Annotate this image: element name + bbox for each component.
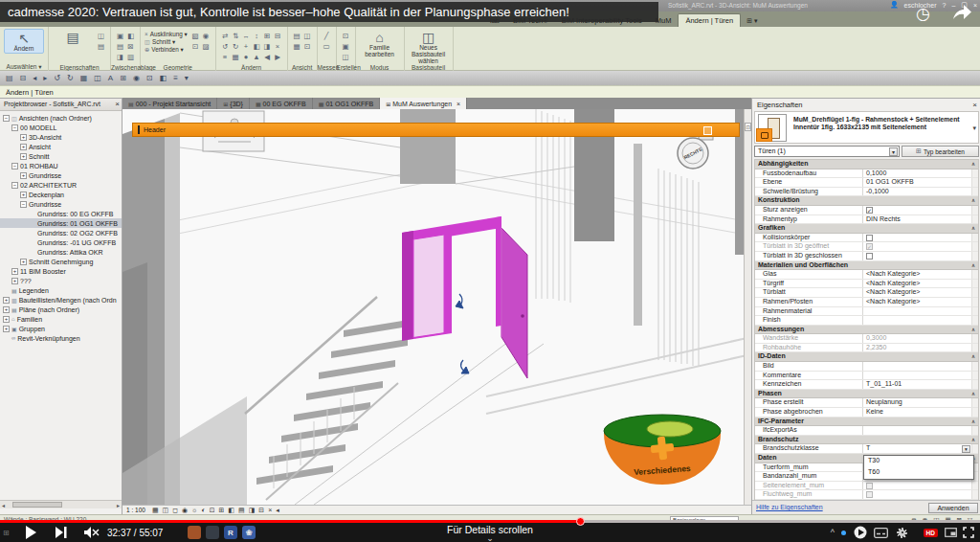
- view-control-icon[interactable]: ▤: [238, 507, 245, 514]
- volume-muted-icon[interactable]: [84, 523, 100, 542]
- ribbon-tab-overflow[interactable]: ⊞ ▾: [741, 15, 763, 27]
- tree-item[interactable]: Grundriss: -01 UG OKFFB: [0, 237, 122, 247]
- fullscreen-button[interactable]: [963, 523, 974, 542]
- tree-item[interactable]: −02 ARCHITEKTUR: [0, 180, 122, 190]
- ribbon-button-Ändern[interactable]: ↖Ändern: [4, 29, 44, 54]
- view-control-icon[interactable]: ⊡: [210, 507, 215, 514]
- tool-icon[interactable]: ▲: [252, 52, 262, 62]
- view-control-icon[interactable]: ◉: [182, 507, 188, 514]
- tool-icon[interactable]: ⇄: [220, 31, 231, 41]
- close-icon[interactable]: ×: [972, 101, 977, 109]
- property-value[interactable]: Keine: [862, 408, 971, 417]
- scroll-left-icon[interactable]: ◂: [2, 502, 5, 508]
- tree-expander-icon[interactable]: −: [11, 163, 18, 169]
- property-section-Abmessungen[interactable]: Abmessungen∧: [755, 326, 978, 335]
- tree-item[interactable]: +⌂Familien: [0, 314, 122, 324]
- property-value[interactable]: -0,1000: [862, 188, 971, 196]
- tree-item[interactable]: −00 MODELL: [0, 123, 122, 132]
- 3d-viewport[interactable]: RECHTS: [122, 109, 751, 505]
- tree-expander-icon[interactable]: −: [11, 182, 18, 189]
- tree-item[interactable]: +11 BIM Booster: [0, 266, 122, 276]
- property-value[interactable]: [862, 234, 971, 242]
- tool-icon[interactable]: ×: [273, 41, 283, 52]
- qat-icon[interactable]: ▸: [43, 74, 47, 82]
- qat-icon[interactable]: ⊟: [20, 74, 27, 82]
- scrollbar-box-icon[interactable]: ⊡: [745, 123, 751, 131]
- tool-icon[interactable]: ▦: [292, 41, 302, 52]
- view-control-icon[interactable]: ◨: [249, 507, 256, 514]
- type-preview[interactable]: MuM_Drehflügel 1-flg - Rahmenstock + Sei…: [754, 111, 979, 144]
- tool-icon[interactable]: +: [241, 41, 252, 52]
- tree-item[interactable]: +▣Gruppen: [0, 324, 122, 333]
- close-icon[interactable]: ×: [115, 101, 120, 108]
- view-scale[interactable]: 1 : 100: [126, 507, 145, 513]
- tool-icon[interactable]: ▤: [96, 41, 106, 52]
- scrollbar-thumb[interactable]: [12, 502, 62, 508]
- property-section-Abhängigkeiten[interactable]: Abhängigkeiten∧: [755, 160, 978, 169]
- tool-icon[interactable]: ◨: [115, 52, 125, 62]
- chevron-down-icon[interactable]: ▾: [972, 124, 976, 132]
- view-control-icon[interactable]: ⊞: [219, 507, 225, 514]
- tool-icon[interactable]: ▣: [115, 31, 125, 41]
- qat-icon[interactable]: A: [108, 74, 113, 82]
- property-section-Grafiken[interactable]: Grafiken∧: [755, 224, 978, 234]
- property-value[interactable]: [862, 307, 971, 316]
- tree-item[interactable]: +Schnitt Genehmigung: [0, 257, 122, 266]
- property-value[interactable]: [862, 362, 971, 371]
- tool-icon[interactable]: ◧: [125, 31, 136, 41]
- tree-item[interactable]: −Grundrisse: [0, 199, 122, 209]
- tool-icon[interactable]: ●: [241, 52, 252, 62]
- tree-expander-icon[interactable]: −: [20, 201, 27, 208]
- property-value[interactable]: T▾: [862, 444, 971, 453]
- tool-icon[interactable]: ⇅: [231, 31, 241, 41]
- tree-item[interactable]: +3D-Ansicht: [0, 132, 122, 142]
- tool-icon[interactable]: ⊡: [341, 31, 351, 41]
- category-selector[interactable]: Türen (1) ▾: [754, 146, 900, 157]
- property-value[interactable]: <Nach Kategorie>: [862, 280, 971, 288]
- user-avatar-icon[interactable]: 👤: [890, 1, 899, 9]
- qat-icon[interactable]: ◧: [160, 74, 167, 82]
- tree-expander-icon[interactable]: +: [3, 297, 10, 304]
- share-icon[interactable]: [951, 4, 972, 21]
- ribbon-tab-Ändern | Türen[interactable]: Ändern | Türen: [678, 13, 741, 27]
- property-value[interactable]: 0,3000: [862, 334, 971, 343]
- taskbar-caret-icon[interactable]: ^: [831, 528, 835, 537]
- apply-button[interactable]: Anwenden: [928, 503, 978, 513]
- property-value[interactable]: [862, 316, 971, 325]
- watch-later-icon[interactable]: ◷: [916, 4, 930, 24]
- tree-expander-icon[interactable]: +: [20, 153, 27, 160]
- property-value[interactable]: ✓: [862, 206, 971, 215]
- property-value[interactable]: [862, 372, 971, 380]
- qat-icon[interactable]: ◂: [33, 74, 36, 82]
- view-tab-{3D}[interactable]: ⊞{3D}: [217, 98, 250, 109]
- taskbar-app-icon[interactable]: ❀: [242, 526, 256, 539]
- tool-icon[interactable]: ↻: [231, 41, 241, 52]
- view-tab-000 - Projekt Startansicht[interactable]: ▤000 - Projekt Startansicht: [122, 98, 217, 109]
- tool-icon[interactable]: ▤: [292, 31, 302, 41]
- tool-icon[interactable]: ▥: [125, 52, 136, 62]
- project-browser-header[interactable]: × Projektbrowser - Sofistik_ARC.rvt: [0, 99, 122, 111]
- property-value[interactable]: 0,1000: [862, 169, 971, 178]
- tool-icon[interactable]: ▤: [115, 41, 125, 52]
- view-control-icon[interactable]: ◐: [201, 507, 205, 513]
- property-section-Materialien und Oberflächen[interactable]: Materialien und Oberflächen∧: [755, 261, 978, 271]
- tool-icon[interactable]: ▣: [341, 41, 351, 52]
- autoplay-toggle[interactable]: [854, 523, 867, 542]
- play-button[interactable]: [25, 523, 36, 542]
- view-control-icon[interactable]: ◻: [172, 507, 178, 514]
- tree-expander-icon[interactable]: +: [20, 259, 27, 265]
- tool-icon[interactable]: ↕: [252, 31, 262, 41]
- ribbon-menu-item[interactable]: ×Ausklinkung ▾: [145, 31, 188, 37]
- property-value[interactable]: Neuplanung: [862, 398, 971, 407]
- tool-icon[interactable]: ▶: [273, 52, 283, 62]
- tool-icon[interactable]: ⊟: [273, 31, 283, 41]
- tool-icon[interactable]: ◫: [96, 31, 106, 41]
- qat-icon[interactable]: ▦: [80, 74, 88, 82]
- tree-item[interactable]: +???: [0, 276, 122, 285]
- tree-expander-icon[interactable]: +: [11, 268, 18, 275]
- property-value[interactable]: [862, 490, 971, 499]
- tree-item[interactable]: Grundriss: 02 OG2 OKFFB: [0, 228, 122, 237]
- subtitles-button[interactable]: [874, 523, 888, 542]
- view-control-icon[interactable]: ◫: [163, 507, 169, 514]
- view-tab-MuM Auswertungen[interactable]: ⊞MuM Auswertungen×: [380, 98, 467, 109]
